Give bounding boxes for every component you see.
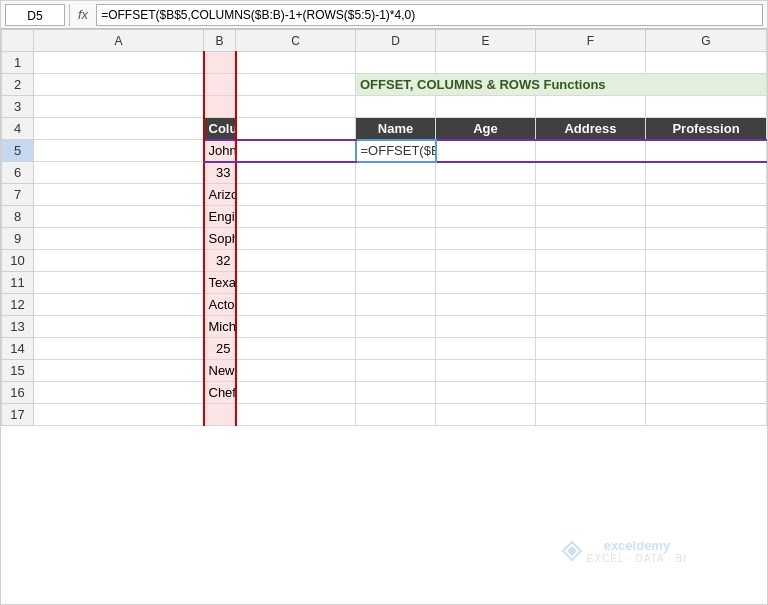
cell-B13-michel[interactable]: Michel — [204, 316, 236, 338]
cell-C3[interactable] — [236, 96, 356, 118]
cell-B14-25[interactable]: 25 — [204, 338, 236, 360]
cell-E16[interactable] — [436, 382, 536, 404]
cell-G11[interactable] — [646, 272, 767, 294]
cell-D13[interactable] — [356, 316, 436, 338]
cell-G8[interactable] — [646, 206, 767, 228]
cell-A8[interactable] — [34, 206, 204, 228]
cell-D11[interactable] — [356, 272, 436, 294]
cell-E7[interactable] — [436, 184, 536, 206]
cell-A15[interactable] — [34, 360, 204, 382]
cell-F9[interactable] — [536, 228, 646, 250]
cell-B1[interactable] — [204, 52, 236, 74]
formula-input[interactable]: =OFFSET($B$5,COLUMNS($B:B)-1+(ROWS($5:5)… — [96, 4, 763, 26]
cell-D9[interactable] — [356, 228, 436, 250]
cell-D7[interactable] — [356, 184, 436, 206]
cell-E5[interactable] — [436, 140, 536, 162]
cell-E3[interactable] — [436, 96, 536, 118]
cell-A4[interactable] — [34, 118, 204, 140]
cell-A2[interactable] — [34, 74, 204, 96]
cell-G7[interactable] — [646, 184, 767, 206]
cell-B12-actor[interactable]: Actor — [204, 294, 236, 316]
cell-A5[interactable] — [34, 140, 204, 162]
cell-E4-age-header[interactable]: Age — [436, 118, 536, 140]
cell-E9[interactable] — [436, 228, 536, 250]
cell-A12[interactable] — [34, 294, 204, 316]
cell-B2[interactable] — [204, 74, 236, 96]
cell-E11[interactable] — [436, 272, 536, 294]
cell-E15[interactable] — [436, 360, 536, 382]
cell-B10-32[interactable]: 32 — [204, 250, 236, 272]
cell-G5[interactable] — [646, 140, 767, 162]
cell-G13[interactable] — [646, 316, 767, 338]
cell-F15[interactable] — [536, 360, 646, 382]
cell-D2-title[interactable]: OFFSET, COLUMNS & ROWS Functions — [356, 74, 767, 96]
col-header-F[interactable]: F — [536, 30, 646, 52]
cell-F12[interactable] — [536, 294, 646, 316]
cell-F4-address-header[interactable]: Address — [536, 118, 646, 140]
cell-D16[interactable] — [356, 382, 436, 404]
cell-D17[interactable] — [356, 404, 436, 426]
cell-F8[interactable] — [536, 206, 646, 228]
cell-B7-arizona[interactable]: Arizona — [204, 184, 236, 206]
cell-C7[interactable] — [236, 184, 356, 206]
cell-F10[interactable] — [536, 250, 646, 272]
cell-D10[interactable] — [356, 250, 436, 272]
cell-C11[interactable] — [236, 272, 356, 294]
cell-F14[interactable] — [536, 338, 646, 360]
cell-F17[interactable] — [536, 404, 646, 426]
cell-G17[interactable] — [646, 404, 767, 426]
cell-D4-name-header[interactable]: Name — [356, 118, 436, 140]
cell-B11-texas[interactable]: Texas — [204, 272, 236, 294]
cell-G10[interactable] — [646, 250, 767, 272]
cell-B5-john[interactable]: John — [204, 140, 236, 162]
col-header-A[interactable]: A — [34, 30, 204, 52]
cell-F3[interactable] — [536, 96, 646, 118]
cell-A3[interactable] — [34, 96, 204, 118]
cell-G16[interactable] — [646, 382, 767, 404]
cell-C5[interactable] — [236, 140, 356, 162]
cell-B15-newyork[interactable]: New York — [204, 360, 236, 382]
cell-C6[interactable] — [236, 162, 356, 184]
cell-C2[interactable] — [236, 74, 356, 96]
cell-D15[interactable] — [356, 360, 436, 382]
cell-F13[interactable] — [536, 316, 646, 338]
cell-F5[interactable] — [536, 140, 646, 162]
cell-C4[interactable] — [236, 118, 356, 140]
cell-C14[interactable] — [236, 338, 356, 360]
col-header-B[interactable]: B — [204, 30, 236, 52]
cell-B3[interactable] — [204, 96, 236, 118]
cell-G4-profession-header[interactable]: Profession — [646, 118, 767, 140]
cell-E1[interactable] — [436, 52, 536, 74]
cell-A1[interactable] — [34, 52, 204, 74]
cell-E6[interactable] — [436, 162, 536, 184]
cell-F1[interactable] — [536, 52, 646, 74]
col-header-C[interactable]: C — [236, 30, 356, 52]
cell-G15[interactable] — [646, 360, 767, 382]
cell-F16[interactable] — [536, 382, 646, 404]
cell-F11[interactable] — [536, 272, 646, 294]
cell-D3[interactable] — [356, 96, 436, 118]
col-header-E[interactable]: E — [436, 30, 536, 52]
cell-C13[interactable] — [236, 316, 356, 338]
cell-A17[interactable] — [34, 404, 204, 426]
cell-C12[interactable] — [236, 294, 356, 316]
cell-E10[interactable] — [436, 250, 536, 272]
cell-B17[interactable] — [204, 404, 236, 426]
cell-B4-col-header[interactable]: Column Data — [204, 118, 236, 140]
cell-D1[interactable] — [356, 52, 436, 74]
cell-B9-sophie[interactable]: Sophie — [204, 228, 236, 250]
cell-C16[interactable] — [236, 382, 356, 404]
cell-A14[interactable] — [34, 338, 204, 360]
cell-D5-formula[interactable]: =OFFSET($B$5,COLUMNS($B:B)-1+(ROWS($5:5)… — [356, 140, 436, 162]
cell-E14[interactable] — [436, 338, 536, 360]
cell-B6-33[interactable]: 33 — [204, 162, 236, 184]
cell-D8[interactable] — [356, 206, 436, 228]
cell-F6[interactable] — [536, 162, 646, 184]
col-header-G[interactable]: G — [646, 30, 767, 52]
cell-G14[interactable] — [646, 338, 767, 360]
cell-E8[interactable] — [436, 206, 536, 228]
cell-A9[interactable] — [34, 228, 204, 250]
cell-C9[interactable] — [236, 228, 356, 250]
cell-G12[interactable] — [646, 294, 767, 316]
cell-C1[interactable] — [236, 52, 356, 74]
